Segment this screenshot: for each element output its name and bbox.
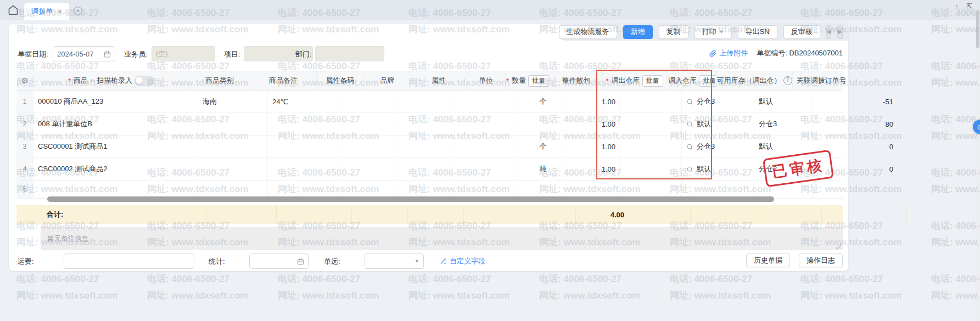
cell-remark[interactable]: 24℃ (268, 91, 343, 112)
cell-brand[interactable] (399, 113, 455, 135)
print-button[interactable]: 打印▼ (695, 25, 732, 39)
copy-button[interactable]: 复制 (659, 25, 688, 39)
float-assist-button[interactable]: ⊙ (973, 120, 980, 134)
cell-wh_out[interactable] (682, 181, 754, 198)
search-icon[interactable] (686, 98, 693, 105)
remark-panel[interactable]: 暂无备注信息 (41, 227, 843, 250)
tab-close-icon[interactable]: × (58, 7, 62, 16)
operation-log-button[interactable]: 操作日志 (799, 254, 843, 267)
generate-logistics-button[interactable]: 生成物流服务 (559, 25, 617, 39)
cell-related[interactable] (898, 91, 965, 112)
scan-toggle[interactable] (135, 76, 154, 86)
cell-category[interactable] (198, 113, 268, 135)
cell-attr_code[interactable] (343, 136, 399, 157)
cell-attr_code[interactable] (343, 181, 399, 198)
cell-wh_out[interactable]: 默认 (682, 158, 754, 180)
horizontal-scrollbar[interactable] (16, 196, 843, 202)
cell-qty[interactable]: 1.00 (567, 158, 620, 180)
window-expand-icon[interactable]: ⇱ (966, 2, 972, 10)
cell-product[interactable]: 000010 商品AA_123 (33, 91, 198, 112)
cell-category[interactable] (198, 136, 268, 157)
cell-attr_code[interactable] (343, 91, 399, 112)
grid-settings-icon[interactable]: ⚙ (21, 76, 29, 85)
calendar-icon[interactable] (104, 50, 111, 58)
tab-list-dropdown-icon[interactable]: ▾ (74, 7, 82, 15)
calendar-icon[interactable] (297, 258, 304, 265)
cell-related[interactable] (898, 113, 965, 135)
custom-fields-link[interactable]: 自定义字段 (440, 256, 485, 266)
cell-product[interactable]: CSC00002 测试商品2 (33, 158, 198, 180)
cell-stock[interactable] (813, 181, 898, 198)
cell-remark[interactable] (268, 113, 343, 135)
cell-unit[interactable]: 个 (519, 91, 567, 112)
cell-qty[interactable]: 1.00 (567, 91, 620, 112)
cell-stock[interactable]: 80 (813, 113, 898, 135)
cell-unit[interactable]: 吨 (519, 158, 567, 180)
vertical-scrollbar[interactable] (976, 10, 980, 321)
cell-category[interactable] (198, 158, 268, 180)
history-button[interactable]: 历史单据 (746, 254, 790, 267)
cell-attr[interactable] (455, 158, 519, 180)
search-icon[interactable] (686, 143, 693, 150)
export-sn-button[interactable]: 导出SN (738, 25, 777, 39)
next-record-button[interactable]: ▶ (837, 25, 843, 39)
cell-attr_code[interactable] (343, 158, 399, 180)
cell-attr[interactable] (455, 91, 519, 112)
cell-wh_out[interactable]: 分仓3 (682, 91, 754, 112)
cell-pack[interactable] (620, 91, 682, 112)
cell-related[interactable] (898, 136, 965, 157)
batch-button[interactable]: 批量 (642, 75, 663, 87)
cell-unit[interactable] (519, 181, 567, 198)
cell-brand[interactable] (399, 158, 455, 180)
cell-pack[interactable] (620, 158, 682, 180)
cell-remark[interactable] (268, 158, 343, 180)
cell-category[interactable]: 海南 (198, 91, 268, 112)
cell-brand[interactable] (399, 181, 455, 198)
cell-wh_in[interactable]: 分仓3 (754, 113, 813, 135)
cell-attr[interactable] (455, 136, 519, 157)
cell-qty[interactable] (567, 181, 620, 198)
upload-attachment-link[interactable]: 上传附件 (709, 48, 748, 58)
cell-wh_in[interactable]: 默认 (754, 91, 813, 112)
cell-qty[interactable]: 1.00 (567, 113, 620, 135)
cell-unit[interactable] (519, 113, 567, 135)
freight-input[interactable] (64, 254, 194, 269)
cell-unit[interactable]: 个 (519, 136, 567, 157)
cell-attr_code[interactable] (343, 113, 399, 135)
cell-pack[interactable] (620, 113, 682, 135)
date-input[interactable]: 2024-05-07 (53, 46, 115, 61)
scrollbar-thumb[interactable] (47, 196, 774, 202)
home-icon[interactable] (8, 4, 20, 16)
stats-date-input[interactable] (249, 254, 309, 269)
cell-stock[interactable]: -51 (813, 91, 898, 112)
cell-pack[interactable] (620, 136, 682, 157)
cell-related[interactable] (898, 158, 965, 180)
prev-record-button[interactable]: ◀ (826, 25, 832, 39)
cell-remark[interactable] (268, 136, 343, 157)
scroll-top-icon[interactable]: ↑ (955, 2, 959, 10)
cell-product[interactable]: 008 单计量单位B (33, 113, 198, 135)
cell-wh_out[interactable]: 默认 (682, 113, 754, 135)
add-button[interactable]: 新增 (623, 25, 653, 39)
cell-category[interactable] (198, 181, 268, 198)
cell-pack[interactable] (620, 181, 682, 198)
unapprove-button[interactable]: 反审核 (783, 25, 820, 39)
batch-button[interactable]: 批量 (699, 75, 716, 87)
cell-brand[interactable] (399, 91, 455, 112)
cell-remark[interactable] (268, 181, 343, 198)
tab-transfer-order[interactable]: 调拨单 × (24, 3, 69, 20)
help-icon[interactable]: ? (783, 76, 792, 85)
batch-button[interactable]: 批量 (528, 75, 549, 87)
cell-attr[interactable] (455, 181, 519, 198)
search-icon[interactable] (686, 121, 693, 128)
cell-related[interactable] (898, 181, 965, 198)
misc-select[interactable]: ▼ (365, 254, 424, 269)
cell-wh_out[interactable]: 分仓3 (682, 136, 754, 157)
cell-brand[interactable] (399, 136, 455, 157)
search-icon[interactable] (686, 166, 693, 173)
cell-product[interactable] (33, 181, 198, 198)
resize-handle-icon[interactable] (836, 244, 841, 249)
cell-product[interactable]: CSC00001 测试商品1 (33, 136, 198, 157)
cell-qty[interactable]: 1.00 (567, 136, 620, 157)
cell-attr[interactable] (455, 113, 519, 135)
